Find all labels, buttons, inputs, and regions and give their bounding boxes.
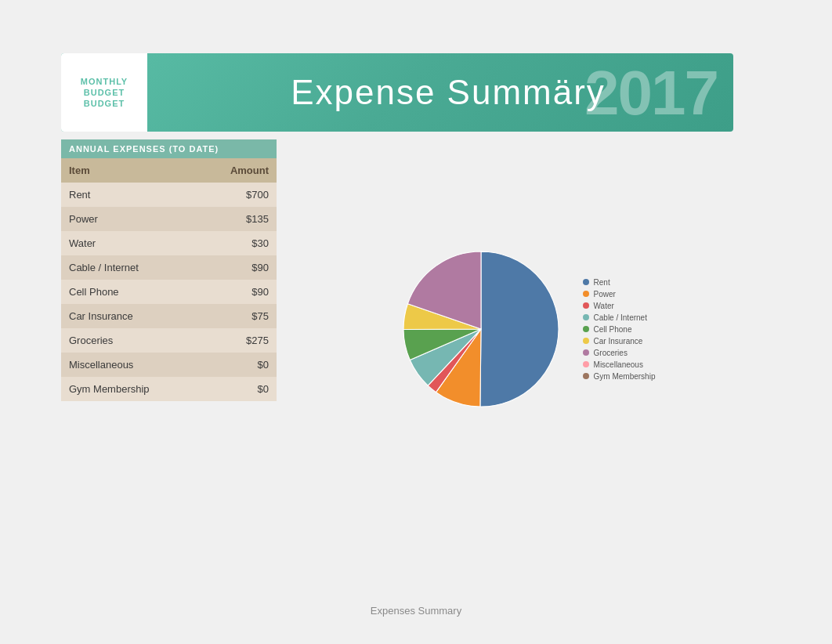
legend-label: Cell Phone: [594, 325, 632, 334]
legend-label: Cable / Internet: [594, 313, 647, 322]
legend-dot: [583, 302, 589, 309]
legend-dot: [583, 373, 589, 379]
amount-cell: $700: [199, 183, 277, 207]
header-logo: MONTHLY BUDGET BUDGET: [61, 53, 147, 132]
section-title: ANNUAL EXPENSES (TO DATE): [61, 139, 277, 158]
amount-cell: $0: [199, 377, 277, 401]
legend-dot: [583, 314, 589, 320]
amount-cell: $90: [199, 280, 277, 304]
item-cell: Rent: [61, 183, 199, 207]
legend-label: Water: [594, 302, 614, 310]
table-row: Gym Membership $0: [61, 377, 277, 401]
legend-dot: [583, 326, 589, 332]
table-row: Power $135: [61, 207, 277, 231]
header-banner: MONTHLY BUDGET BUDGET Expense Summäry 20…: [61, 53, 733, 132]
column-header-item: Item: [61, 158, 199, 183]
expenses-table: Item Amount Rent $700 Power $135 Water $…: [61, 158, 277, 401]
legend-dot: [583, 279, 589, 285]
table-row: Groceries $275: [61, 328, 277, 353]
amount-cell: $75: [199, 304, 277, 328]
table-row: Cable / Internet $90: [61, 255, 277, 280]
legend-dot: [583, 361, 589, 367]
pie-slice-rent: [479, 251, 558, 407]
table-row: Cell Phone $90: [61, 280, 277, 304]
legend-label: Gym Membership: [594, 372, 656, 381]
legend-item-rent: Rent: [583, 278, 656, 287]
legend-label: Power: [594, 290, 616, 298]
legend-item-groceries: Groceries: [583, 349, 656, 357]
chart-legend: Rent Power Water Cable / Internet Cell P…: [583, 278, 656, 381]
legend-dot: [583, 291, 589, 297]
legend-dot: [583, 349, 589, 356]
legend-item-power: Power: [583, 290, 656, 298]
item-cell: Gym Membership: [61, 377, 199, 401]
legend-item-water: Water: [583, 302, 656, 310]
table-header-row: Item Amount: [61, 158, 277, 183]
legend-item-cable-/-internet: Cable / Internet: [583, 313, 656, 322]
item-cell: Miscellaneous: [61, 353, 199, 377]
pie-chart: [395, 243, 567, 415]
legend-label: Groceries: [594, 349, 628, 357]
table-row: Water $30: [61, 231, 277, 255]
legend-dot: [583, 338, 589, 344]
pie-chart-container: Rent Power Water Cable / Internet Cell P…: [395, 243, 656, 415]
amount-cell: $135: [199, 207, 277, 231]
logo-text: MONTHLY BUDGET BUDGET: [81, 76, 128, 110]
amount-cell: $0: [199, 353, 277, 377]
legend-label: Miscellaneous: [594, 360, 643, 369]
legend-label: Rent: [594, 278, 610, 287]
item-cell: Car Insurance: [61, 304, 199, 328]
legend-item-gym-membership: Gym Membership: [583, 372, 656, 381]
amount-cell: $275: [199, 328, 277, 353]
item-cell: Groceries: [61, 328, 199, 353]
item-cell: Cable / Internet: [61, 255, 199, 280]
item-cell: Power: [61, 207, 199, 231]
amount-cell: $90: [199, 255, 277, 280]
legend-item-miscellaneous: Miscellaneous: [583, 360, 656, 369]
table-row: Miscellaneous $0: [61, 353, 277, 377]
amount-cell: $30: [199, 231, 277, 255]
legend-item-car-insurance: Car Insurance: [583, 337, 656, 346]
footer-label: Expenses Summary: [0, 605, 832, 617]
item-cell: Water: [61, 231, 199, 255]
column-header-amount: Amount: [199, 158, 277, 183]
legend-label: Car Insurance: [594, 337, 643, 346]
expenses-section: ANNUAL EXPENSES (TO DATE) Item Amount Re…: [61, 139, 277, 401]
year-label: 2017: [584, 57, 718, 129]
legend-item-cell-phone: Cell Phone: [583, 325, 656, 334]
item-cell: Cell Phone: [61, 280, 199, 304]
table-row: Rent $700: [61, 183, 277, 207]
chart-area: Rent Power Water Cable / Internet Cell P…: [298, 219, 752, 439]
table-row: Car Insurance $75: [61, 304, 277, 328]
